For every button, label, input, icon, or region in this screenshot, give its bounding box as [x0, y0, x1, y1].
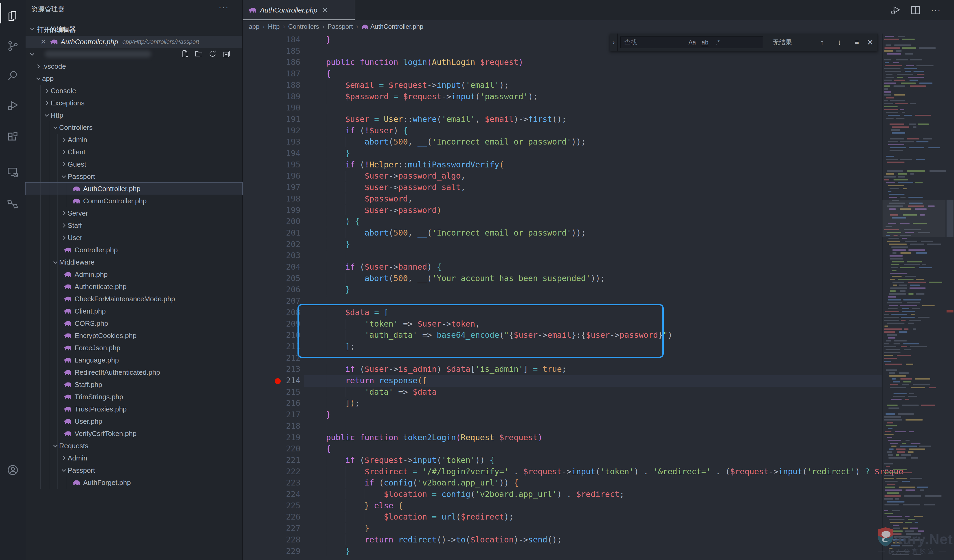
- code-line-190[interactable]: 190: [243, 103, 954, 114]
- gutter[interactable]: 202: [243, 239, 307, 250]
- gutter[interactable]: 208: [243, 307, 307, 319]
- tree-item-http[interactable]: Http: [26, 109, 242, 121]
- code-line-204[interactable]: 204 if ($user->banned) {: [243, 261, 954, 273]
- tree-item-cors.php[interactable]: CORS.php: [26, 317, 242, 330]
- tree-item-admin[interactable]: Admin: [26, 134, 242, 146]
- code-line-226[interactable]: 226 $location = url($redirect);: [243, 512, 954, 523]
- gutter[interactable]: 203: [243, 250, 307, 261]
- code-area[interactable]: 184 }185186 public function login(AuthLo…: [243, 34, 954, 560]
- tree-item-verifycsrftoken.php[interactable]: VerifyCsrfToken.php: [26, 428, 242, 440]
- gutter[interactable]: 207: [243, 296, 307, 307]
- code-line-201[interactable]: 201 abort(500, __('Incorrect email or pa…: [243, 227, 954, 239]
- gutter[interactable]: 194: [243, 148, 307, 159]
- gutter[interactable]: 210: [243, 330, 307, 341]
- code-line-222[interactable]: 222 $redirect = '/#/login?verify=' . $re…: [243, 466, 954, 478]
- sidebar-more-actions-icon[interactable]: ···: [219, 3, 229, 12]
- code-line-206[interactable]: 206 }: [243, 284, 954, 296]
- tree-item-guest[interactable]: Guest: [26, 158, 242, 170]
- minimap[interactable]: [882, 34, 946, 560]
- collapse-all-icon[interactable]: [222, 50, 232, 59]
- breakpoint-icon[interactable]: [275, 378, 281, 384]
- code-line-205[interactable]: 205 abort(500, __('Your account has been…: [243, 273, 954, 285]
- new-folder-icon[interactable]: [195, 50, 204, 59]
- find-next-icon[interactable]: ↓: [834, 38, 845, 47]
- code-line-191[interactable]: 191 $user = User::where('email', $email)…: [243, 114, 954, 125]
- gutter[interactable]: 195: [243, 159, 307, 171]
- gutter[interactable]: 204: [243, 261, 307, 273]
- open-editor-item[interactable]: ✕ AuthController.php app/Http/Controller…: [26, 36, 242, 48]
- tree-item-commcontroller.php[interactable]: CommController.php: [26, 195, 242, 207]
- gutter[interactable]: 186: [243, 57, 307, 68]
- code-line-217[interactable]: 217 }: [243, 409, 954, 421]
- gutter[interactable]: 228: [243, 534, 307, 546]
- breadcrumb-app[interactable]: app: [249, 23, 259, 30]
- code-line-213[interactable]: 213 if ($user->is_admin) $data['is_admin…: [243, 364, 954, 375]
- open-editors-header[interactable]: 打开的编辑器: [26, 23, 242, 36]
- tree-item-redirectifauthenticated.php[interactable]: RedirectIfAuthenticated.php: [26, 366, 242, 378]
- tree-item-passport[interactable]: Passport: [26, 170, 242, 183]
- tree-item-controllers[interactable]: Controllers: [26, 121, 242, 134]
- tree-item-.vscode[interactable]: .vscode: [26, 60, 242, 72]
- gutter[interactable]: 217: [243, 409, 307, 421]
- more-actions-icon[interactable]: ···: [929, 4, 942, 17]
- regex-icon[interactable]: .*: [713, 39, 723, 46]
- close-icon[interactable]: ✕: [322, 6, 328, 14]
- gutter[interactable]: 224: [243, 489, 307, 500]
- breadcrumb-passport[interactable]: Passport: [327, 23, 353, 30]
- code-line-192[interactable]: 192 if (!$user) {: [243, 125, 954, 137]
- code-line-200[interactable]: 200 ) {: [243, 216, 954, 227]
- code-line-193[interactable]: 193 abort(500, __('Incorrect email or pa…: [243, 137, 954, 148]
- code-line-224[interactable]: 224 $location = config('v2board.app_url'…: [243, 489, 954, 500]
- code-line-221[interactable]: 221 if ($request->input('token')) {: [243, 455, 954, 466]
- gutter[interactable]: 190: [243, 103, 307, 114]
- close-icon[interactable]: ✕: [864, 38, 876, 47]
- tree-item-requests[interactable]: Requests: [26, 440, 242, 452]
- gutter[interactable]: 212: [243, 353, 307, 364]
- gutter[interactable]: 211: [243, 341, 307, 353]
- tree-item-exceptions[interactable]: Exceptions: [26, 97, 242, 109]
- tree-item-user[interactable]: User: [26, 232, 242, 244]
- code-line-186[interactable]: 186 public function login(AuthLogin $req…: [243, 57, 954, 68]
- code-line-219[interactable]: 219 public function token2Login(Request …: [243, 432, 954, 444]
- code-line-197[interactable]: 197 $user->password_salt,: [243, 182, 954, 193]
- match-case-icon[interactable]: Aa: [687, 39, 697, 46]
- tree-item-encryptcookies.php[interactable]: EncryptCookies.php: [26, 330, 242, 342]
- gutter[interactable]: 221: [243, 455, 307, 466]
- tree-item-client[interactable]: Client: [26, 146, 242, 158]
- gutter[interactable]: 193: [243, 137, 307, 148]
- code-line-228[interactable]: 228 return redirect()->to($location)->se…: [243, 534, 954, 546]
- scrollbar[interactable]: [946, 34, 954, 560]
- tree-item-trimstrings.php[interactable]: TrimStrings.php: [26, 391, 242, 403]
- tree-item-language.php[interactable]: Language.php: [26, 354, 242, 366]
- gutter[interactable]: 192: [243, 125, 307, 137]
- whole-word-icon[interactable]: ab: [700, 39, 710, 46]
- code-line-216[interactable]: 216 ]);: [243, 398, 954, 409]
- gutter[interactable]: 205: [243, 273, 307, 285]
- extensions-icon[interactable]: [0, 124, 26, 151]
- tree-item-authforget.php[interactable]: AuthForget.php: [26, 476, 242, 488]
- gutter[interactable]: 199: [243, 205, 307, 216]
- tree-item-authenticate.php[interactable]: Authenticate.php: [26, 280, 242, 293]
- code-line-214[interactable]: 214 return response([: [243, 375, 954, 387]
- gutter[interactable]: 209: [243, 319, 307, 330]
- account-icon[interactable]: [0, 457, 26, 483]
- gutter[interactable]: 227: [243, 523, 307, 534]
- gutter[interactable]: 215: [243, 387, 307, 398]
- code-line-195[interactable]: 195 if (!Helper::multiPasswordVerify(: [243, 159, 954, 171]
- tree-item-trustproxies.php[interactable]: TrustProxies.php: [26, 403, 242, 415]
- code-line-227[interactable]: 227 }: [243, 523, 954, 534]
- code-line-187[interactable]: 187 {: [243, 68, 954, 80]
- tree-item-client.php[interactable]: Client.php: [26, 305, 242, 317]
- code-line-198[interactable]: 198 $password,: [243, 193, 954, 205]
- run-debug-icon[interactable]: [0, 92, 26, 119]
- tree-item-staff.php[interactable]: Staff.php: [26, 378, 242, 391]
- explorer-icon[interactable]: [0, 3, 26, 29]
- gutter[interactable]: 185: [243, 46, 307, 57]
- tree-item-user.php[interactable]: User.php: [26, 415, 242, 428]
- code-line-202[interactable]: 202 }: [243, 239, 954, 250]
- gutter[interactable]: 223: [243, 478, 307, 489]
- gutter[interactable]: 214: [243, 375, 307, 387]
- gutter[interactable]: 187: [243, 68, 307, 80]
- tab-authcontroller[interactable]: AuthController.php ✕: [243, 0, 355, 20]
- tree-item-admin[interactable]: Admin: [26, 452, 242, 464]
